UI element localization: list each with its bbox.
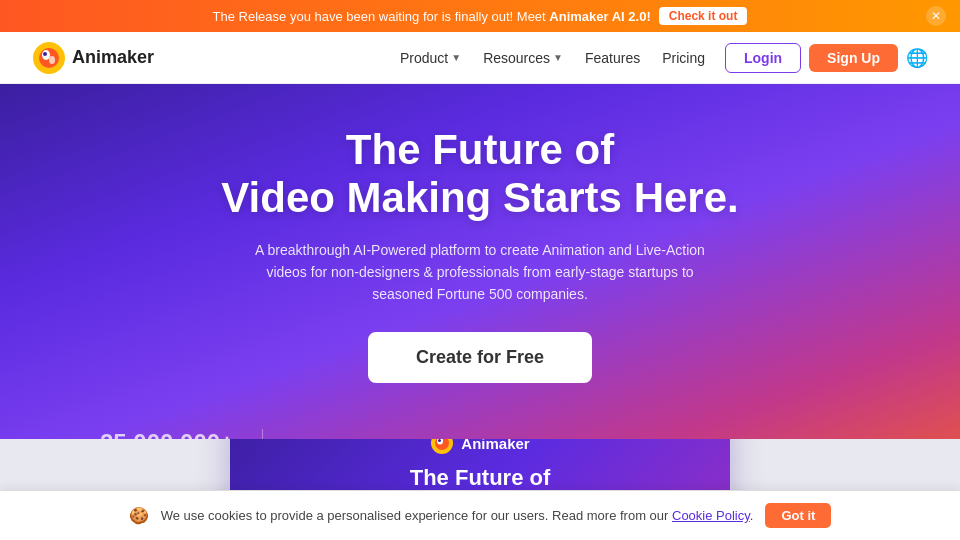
video-card-logo-name: Animaker — [461, 439, 529, 452]
video-card-logo-icon — [430, 439, 454, 455]
hero-title: The Future of Video Making Starts Here. — [20, 126, 940, 223]
signup-button[interactable]: Sign Up — [809, 44, 898, 72]
announcement-bar: The Release you have been waiting for is… — [0, 0, 960, 32]
video-card-logo: Animaker — [256, 439, 704, 455]
svg-point-3 — [43, 52, 47, 56]
announcement-close-button[interactable]: ✕ — [926, 6, 946, 26]
logo-area[interactable]: Animaker — [32, 41, 154, 75]
cookie-icon: 🍪 — [129, 506, 149, 525]
check-it-out-button[interactable]: Check it out — [659, 7, 748, 25]
create-for-free-button[interactable]: Create for Free — [368, 332, 592, 383]
hero-subtitle: A breakthrough AI-Powered platform to cr… — [240, 239, 720, 306]
hero-section: The Future of Video Making Starts Here. … — [0, 84, 960, 439]
nav-product[interactable]: Product ▼ — [400, 50, 461, 66]
login-button[interactable]: Login — [725, 43, 801, 73]
animaker-logo-icon — [32, 41, 66, 75]
resources-dropdown-arrow: ▼ — [553, 52, 563, 63]
nav-pricing[interactable]: Pricing — [662, 50, 705, 66]
cookie-accept-button[interactable]: Got it — [765, 503, 831, 528]
product-dropdown-arrow: ▼ — [451, 52, 461, 63]
nav-features[interactable]: Features — [585, 50, 640, 66]
cookie-bar: 🍪 We use cookies to provide a personalis… — [0, 490, 960, 540]
stats-bar: 25,000,000+ USERS → APTIV ← TRUIST HD am… — [20, 429, 940, 439]
users-count: 25,000,000+ — [100, 429, 234, 439]
navbar: Animaker Product ▼ Resources ▼ Features … — [0, 32, 960, 84]
nav-resources[interactable]: Resources ▼ — [483, 50, 563, 66]
users-stat: 25,000,000+ USERS — [100, 429, 263, 439]
nav-actions: Login Sign Up 🌐 — [725, 43, 928, 73]
svg-point-8 — [438, 439, 441, 442]
language-selector-button[interactable]: 🌐 — [906, 47, 928, 69]
svg-point-4 — [49, 56, 55, 64]
cookie-text: We use cookies to provide a personalised… — [161, 508, 754, 523]
nav-links: Product ▼ Resources ▼ Features Pricing — [400, 50, 705, 66]
logo-text: Animaker — [72, 47, 154, 68]
cookie-policy-link[interactable]: Cookie Policy — [672, 508, 750, 523]
announcement-text: The Release you have been waiting for is… — [213, 9, 651, 24]
